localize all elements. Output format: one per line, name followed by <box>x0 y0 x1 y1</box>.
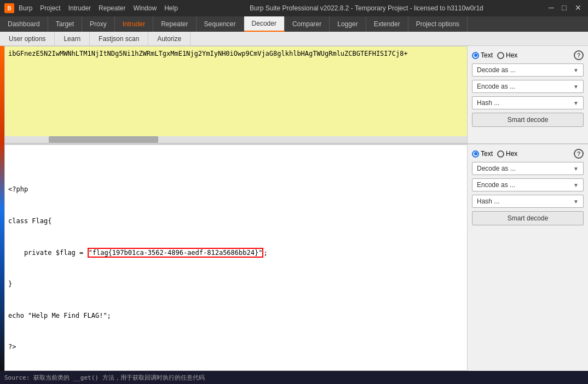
code-line-2: class Flag{ <box>8 216 464 226</box>
panel1-radio-group: Text Hex ? <box>472 50 584 60</box>
menu-burp[interactable]: Burp <box>19 4 32 12</box>
panel1-radio-hex-dot[interactable] <box>497 52 504 59</box>
main-content: Text Hex ? Decode as ... ▼ Encode as ... <box>0 46 588 371</box>
code-line-4: } <box>8 279 464 289</box>
input-text-container <box>4 46 468 143</box>
code-content: <?php class Flag{ private $flag = "flag{… <box>8 164 464 371</box>
panel1-radio-hex[interactable]: Hex <box>497 51 517 59</box>
panel2-decode-label: Decode as ... <box>477 165 516 172</box>
tab-fastjson-scan[interactable]: Fastjson scan <box>90 32 148 45</box>
panel1-hash-arrow: ▼ <box>573 100 579 106</box>
code-line-3: private $flag = "flag{197b01ca-3562-4896… <box>8 248 464 258</box>
panel2-encode-label: Encode as ... <box>477 181 515 189</box>
tab-repeater[interactable]: Repeater <box>153 16 196 32</box>
panel1-hex-label: Hex <box>506 51 517 59</box>
panel1-text-label: Text <box>481 51 493 59</box>
tab-project-options[interactable]: Project options <box>408 16 468 32</box>
panel2-radio-text[interactable]: Text <box>472 150 493 158</box>
panel2-radio-hex[interactable]: Hex <box>497 150 517 158</box>
panel1-decode-label: Decode as ... <box>477 66 516 74</box>
panel2-hash-arrow: ▼ <box>573 199 579 205</box>
panel2-radio-text-dot[interactable] <box>472 150 479 158</box>
window-title: Burp Suite Professional v2022.8.2 - Temp… <box>185 4 549 12</box>
flag-highlight: "flag{197b01ca-3562-4896-aedf-812a5686bb… <box>88 248 264 258</box>
tab-extender[interactable]: Extender <box>366 16 408 32</box>
menu-intruder[interactable]: Intruder <box>68 4 91 12</box>
panel1-encode-dropdown[interactable]: Encode as ... ▼ <box>472 80 584 93</box>
output-text-area[interactable]: <?php class Flag{ private $flag = "flag{… <box>4 144 468 371</box>
panel1-radio-text[interactable]: Text <box>472 51 493 59</box>
input-textarea[interactable] <box>5 46 467 143</box>
panel1-encode-arrow: ▼ <box>573 84 579 90</box>
code-line-1: <?php <box>8 184 464 195</box>
secondary-nav: User options Learn Fastjson scan Autoriz… <box>0 32 588 46</box>
tab-intruder[interactable]: Intruder <box>115 16 153 32</box>
menu-project[interactable]: Project <box>40 4 60 12</box>
panel2-hash-dropdown[interactable]: Hash ... ▼ <box>472 195 584 208</box>
menu-help[interactable]: Help <box>164 4 178 12</box>
tab-logger[interactable]: Logger <box>330 16 366 32</box>
title-bar: B Burp Project Intruder Repeater Window … <box>0 0 588 16</box>
decoder-panels: Text Hex ? Decode as ... ▼ Encode as ... <box>4 46 588 371</box>
code-line-5: echo "Help Me Find FLAG!"; <box>8 311 464 321</box>
horizontal-scrollbar[interactable] <box>5 136 467 143</box>
tab-dashboard[interactable]: Dashboard <box>0 16 48 32</box>
panel2-hex-label: Hex <box>506 150 517 158</box>
panel2-encode-dropdown[interactable]: Encode as ... ▼ <box>472 178 584 191</box>
bottom-bar-text: Source: 获取当前类的 __get() 方法，用于获取回调时执行的任意代码 <box>4 374 205 382</box>
panel1-smart-decode-button[interactable]: Smart decode <box>472 113 584 127</box>
output-panel: <?php class Flag{ private $flag = "flag{… <box>4 144 588 371</box>
panel2-decode-arrow: ▼ <box>573 166 579 172</box>
tab-learn[interactable]: Learn <box>55 32 90 45</box>
tab-proxy[interactable]: Proxy <box>82 16 115 32</box>
main-nav: Dashboard Target Proxy Intruder Repeater… <box>0 16 588 32</box>
tab-comparer[interactable]: Comparer <box>285 16 330 32</box>
panel1-encode-label: Encode as ... <box>477 83 515 90</box>
input-panel: Text Hex ? Decode as ... ▼ Encode as ... <box>4 46 588 144</box>
panel2-smart-decode-button[interactable]: Smart decode <box>472 211 584 225</box>
tab-autorize[interactable]: Autorize <box>148 32 191 45</box>
code-line-6: ?> <box>8 342 464 352</box>
panel2-text-label: Text <box>481 150 493 158</box>
panel1-decode-arrow: ▼ <box>573 67 579 73</box>
app-logo: B <box>4 3 14 13</box>
panel2-radio-group: Text Hex ? <box>472 149 584 159</box>
scrollbar-thumb[interactable] <box>49 136 158 143</box>
panel1-help-icon[interactable]: ? <box>574 50 584 60</box>
panel1-radio-text-dot[interactable] <box>472 52 479 59</box>
bottom-bar: Source: 获取当前类的 __get() 方法，用于获取回调时执行的任意代码 <box>0 371 588 384</box>
close-button[interactable]: ✕ <box>575 4 584 13</box>
panel2-help-icon[interactable]: ? <box>574 149 584 159</box>
panel2-hash-label: Hash ... <box>477 197 499 205</box>
tab-decoder[interactable]: Decoder <box>244 16 285 32</box>
tab-user-options[interactable]: User options <box>0 32 55 45</box>
menu-window[interactable]: Window <box>133 4 157 12</box>
panel2-decode-dropdown[interactable]: Decode as ... ▼ <box>472 162 584 175</box>
maximize-button[interactable]: □ <box>562 4 570 13</box>
panel1-hash-label: Hash ... <box>477 99 499 107</box>
decoder-section: Text Hex ? Decode as ... ▼ Encode as ... <box>0 46 588 371</box>
panel1-controls: Text Hex ? Decode as ... ▼ Encode as ... <box>468 46 588 143</box>
panel2-radio-hex-dot[interactable] <box>497 150 504 158</box>
tab-target[interactable]: Target <box>48 16 82 32</box>
minimize-button[interactable]: ─ <box>549 4 557 13</box>
menu-repeater[interactable]: Repeater <box>99 4 125 12</box>
left-accent <box>0 46 4 371</box>
panel1-decode-dropdown[interactable]: Decode as ... ▼ <box>472 63 584 77</box>
window-controls[interactable]: ─ □ ✕ <box>549 4 584 13</box>
panel2-encode-arrow: ▼ <box>573 182 579 188</box>
panel1-hash-dropdown[interactable]: Hash ... ▼ <box>472 96 584 109</box>
tab-sequencer[interactable]: Sequencer <box>197 16 244 32</box>
panel2-controls: Text Hex ? Decode as ... ▼ Encode as ... <box>468 144 588 371</box>
menu-bar[interactable]: Burp Project Intruder Repeater Window He… <box>19 4 178 12</box>
